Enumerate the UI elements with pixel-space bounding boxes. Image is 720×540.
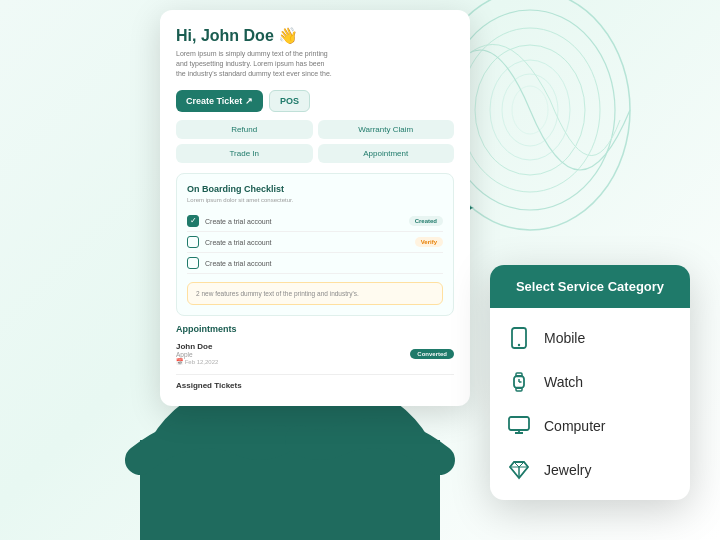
trade-in-button[interactable]: Trade In	[176, 144, 313, 163]
checklist-item-1-text: Create a trial account	[205, 218, 403, 225]
service-item-jewelry[interactable]: Jewelry	[490, 448, 690, 492]
checkbox-checked-icon	[187, 215, 199, 227]
service-category-header: Select Service Category	[490, 265, 690, 308]
svg-rect-34	[509, 417, 529, 430]
service-item-watch-label: Watch	[544, 374, 583, 390]
primary-buttons-row: Create Ticket ↗ POS	[176, 90, 454, 112]
watch-icon	[508, 371, 530, 393]
service-item-computer-label: Computer	[544, 418, 605, 434]
svg-rect-14	[140, 440, 440, 540]
checkbox-empty-icon-3	[187, 257, 199, 269]
checklist-title: On Boarding Checklist	[187, 184, 443, 194]
svg-rect-30	[516, 373, 522, 377]
badge-created: Created	[409, 216, 443, 226]
appointment-name: John Doe	[176, 342, 402, 351]
checkbox-empty-icon-2	[187, 236, 199, 248]
checklist-item-3: Create a trial account	[187, 253, 443, 274]
svg-point-28	[518, 344, 520, 346]
computer-icon	[508, 415, 530, 437]
dashboard-header: Hi, John Doe 👋 Lorem ipsum is simply dum…	[176, 26, 454, 78]
badge-verify: Verify	[415, 237, 443, 247]
svg-rect-31	[516, 388, 522, 392]
dashboard-card: Hi, John Doe 👋 Lorem ipsum is simply dum…	[160, 10, 470, 406]
greeting-text: Hi, John Doe 👋	[176, 26, 454, 45]
service-item-computer[interactable]: Computer	[490, 404, 690, 448]
service-item-jewelry-label: Jewelry	[544, 462, 591, 478]
service-category-card: Select Service Category Mobile	[490, 265, 690, 500]
service-items-list: Mobile Watch C	[490, 308, 690, 500]
appointment-company: Apple	[176, 351, 402, 358]
assigned-tickets-label: Assigned Tickets	[176, 374, 454, 390]
greeting-subtitle: Lorem ipsum is simply dummy text of the …	[176, 49, 336, 78]
svg-marker-38	[510, 467, 519, 478]
checklist-description: Lorem ipsum dolor sit amet consectetur.	[187, 197, 443, 203]
svg-line-41	[524, 462, 528, 467]
service-item-mobile[interactable]: Mobile	[490, 316, 690, 360]
feature-notice: 2 new features dummy text of the printin…	[187, 282, 443, 305]
checklist-item-1: Create a trial account Created	[187, 211, 443, 232]
svg-marker-39	[519, 467, 528, 478]
appointments-section: Appointments John Doe Apple 📅 Feb 12,202…	[176, 324, 454, 370]
appointment-info: John Doe Apple 📅 Feb 12,2022	[176, 342, 402, 365]
service-item-watch[interactable]: Watch	[490, 360, 690, 404]
action-buttons-grid: Refund Warranty Claim Trade In Appointme…	[176, 120, 454, 163]
appointment-button[interactable]: Appointment	[318, 144, 455, 163]
appointment-item: John Doe Apple 📅 Feb 12,2022 Converted	[176, 337, 454, 370]
appointments-title: Appointments	[176, 324, 454, 334]
checklist-item-2: Create a trial account Verify	[187, 232, 443, 253]
jewelry-icon	[508, 459, 530, 481]
pos-button[interactable]: POS	[269, 90, 310, 112]
checklist-item-2-text: Create a trial account	[205, 239, 409, 246]
refund-button[interactable]: Refund	[176, 120, 313, 139]
service-item-mobile-label: Mobile	[544, 330, 585, 346]
appointment-date: 📅 Feb 12,2022	[176, 358, 402, 365]
badge-converted: Converted	[410, 349, 454, 359]
mobile-icon	[508, 327, 530, 349]
create-ticket-button[interactable]: Create Ticket ↗	[176, 90, 263, 112]
warranty-claim-button[interactable]: Warranty Claim	[318, 120, 455, 139]
checklist-section: On Boarding Checklist Lorem ipsum dolor …	[176, 173, 454, 316]
checklist-item-3-text: Create a trial account	[205, 260, 443, 267]
svg-line-40	[510, 462, 514, 467]
